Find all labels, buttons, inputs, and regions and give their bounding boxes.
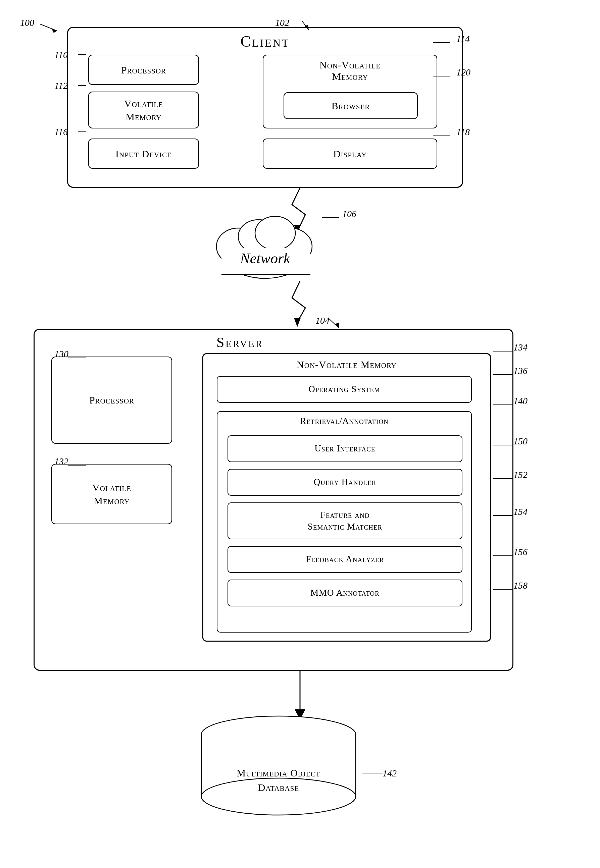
client-display-label: Display: [333, 147, 367, 160]
client-volatile-box: Volatile Memory: [88, 92, 199, 129]
ref-154-arrow: [493, 511, 517, 520]
ref-110-arrow: [68, 50, 88, 60]
server-mmo-label: MMO Annotator: [311, 587, 380, 599]
server-ui-box: User Interface: [227, 436, 462, 462]
ref-104: 104: [315, 315, 330, 326]
client-processor-label: Processor: [121, 64, 166, 77]
client-processor-box: Processor: [88, 54, 199, 85]
svg-marker-1: [294, 318, 301, 327]
ref-136-arrow: [493, 370, 517, 380]
ref-132: 132: [55, 456, 68, 467]
client-nonvolatile-outer: Non-VolatileMemory Browser: [263, 54, 437, 129]
server-box: Server Processor Volatile Memory Non-Vol…: [33, 329, 514, 671]
server-feedback-box: Feedback Analyzer: [227, 546, 462, 573]
fig-arrow: [37, 17, 64, 34]
server-os-box: Operating System: [217, 376, 472, 403]
ref-114-arrow: [433, 38, 460, 48]
ref-112: 112: [55, 80, 68, 91]
server-nonvolatile-outer: Non-Volatile Memory Operating System Ret…: [202, 353, 491, 642]
server-title: Server: [35, 334, 445, 351]
ref-142-arrow: [362, 768, 386, 778]
ref-116-arrow: [68, 127, 88, 137]
server-feedback-label: Feedback Analyzer: [306, 553, 384, 565]
client-box: Client Processor Volatile Memory Input D…: [67, 27, 463, 188]
ref-132-arrow: [68, 460, 95, 470]
server-volatile-box: Volatile Memory: [52, 464, 172, 524]
fig-number-label: 100: [20, 17, 34, 28]
ref-140-arrow: [493, 400, 517, 410]
client-input-box: Input Device: [88, 139, 199, 169]
database-container: Multimedia Object Database: [188, 714, 369, 822]
client-volatile-label: Volatile Memory: [124, 97, 163, 123]
client-display-box: Display: [263, 139, 437, 169]
server-query-box: Query Handler: [227, 469, 462, 496]
server-feature-box: Feature and Semantic Matcher: [227, 502, 462, 539]
svg-marker-24: [335, 323, 339, 328]
svg-line-4: [40, 24, 57, 31]
network-cloud-svg: Network: [208, 201, 322, 289]
ref-102-arrow: [289, 17, 315, 34]
server-processor-box: Processor: [52, 357, 172, 444]
ref-104-arrow: [329, 315, 356, 332]
server-processor-label: Processor: [89, 395, 134, 406]
ref-116: 116: [55, 127, 68, 138]
client-nonvolatile-title: Non-VolatileMemory: [264, 59, 436, 82]
server-mmo-box: MMO Annotator: [227, 579, 462, 606]
server-os-label: Operating System: [308, 383, 380, 395]
server-ui-label: User Interface: [315, 443, 376, 454]
ref-152-arrow: [493, 473, 517, 484]
svg-text:Multimedia Object: Multimedia Object: [236, 767, 320, 779]
ref-150-arrow: [493, 440, 517, 450]
ref-106-arrow: [322, 213, 345, 223]
diagram: 100 Client Processor Volatile Memory Inp…: [0, 0, 600, 868]
client-browser-box: Browser: [283, 92, 418, 119]
ref-112-arrow: [68, 80, 88, 91]
server-feature-label: Feature and Semantic Matcher: [308, 509, 382, 532]
ref-118-arrow: [433, 131, 460, 141]
server-volatile-label: Volatile Memory: [92, 481, 131, 507]
server-query-label: Query Handler: [314, 476, 376, 488]
ref-110: 110: [55, 50, 68, 60]
svg-point-18: [255, 216, 295, 250]
database-svg: Multimedia Object Database: [188, 714, 369, 822]
client-input-label: Input Device: [115, 147, 172, 160]
server-retrieval-title: Retrieval/Annotation: [217, 416, 471, 426]
server-nonvolatile-title: Non-Volatile Memory: [203, 359, 490, 370]
ref-102: 102: [275, 17, 289, 28]
client-title: Client: [68, 33, 462, 50]
ref-120-arrow: [433, 71, 460, 81]
client-browser-label: Browser: [332, 99, 370, 112]
ref-158-arrow: [493, 584, 517, 594]
ref-130-arrow: [68, 353, 95, 363]
svg-text:Network: Network: [239, 250, 291, 267]
svg-text:Database: Database: [258, 782, 299, 793]
ref-130: 130: [55, 349, 68, 360]
ref-156-arrow: [493, 551, 517, 561]
ref-134-arrow: [493, 346, 517, 356]
server-retrieval-outer: Retrieval/Annotation User Interface Quer…: [217, 411, 472, 632]
